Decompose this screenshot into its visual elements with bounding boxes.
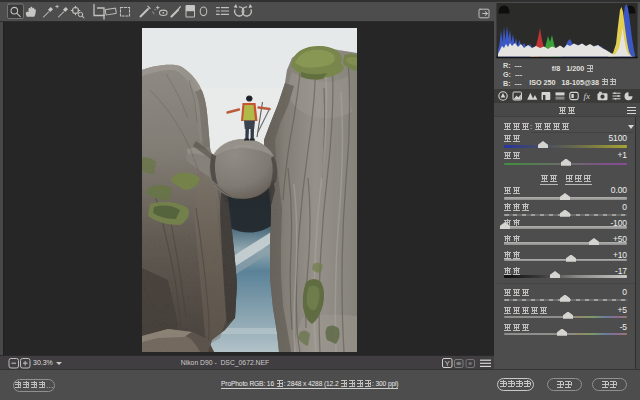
svg-text:fx: fx bbox=[584, 91, 591, 101]
svg-text:Y: Y bbox=[445, 359, 450, 368]
